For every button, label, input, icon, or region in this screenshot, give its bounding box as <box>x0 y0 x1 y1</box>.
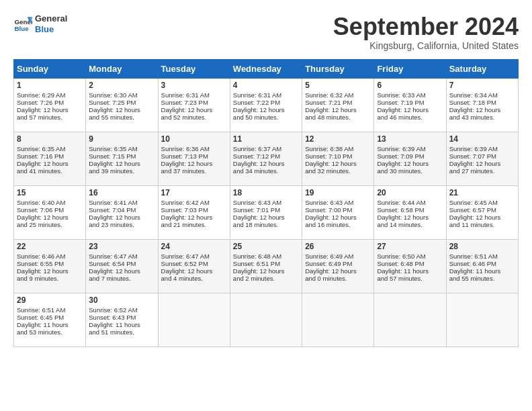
day-info: Daylight: 12 hours <box>449 160 515 167</box>
day-number: 27 <box>377 242 443 251</box>
table-row: 6Sunrise: 6:33 AMSunset: 7:19 PMDaylight… <box>374 78 446 132</box>
day-info: Sunset: 6:45 PM <box>17 314 83 321</box>
table-row: 16Sunrise: 6:41 AMSunset: 7:04 PMDayligh… <box>86 185 158 239</box>
calendar-week-row: 8Sunrise: 6:35 AMSunset: 7:16 PMDaylight… <box>14 132 519 185</box>
day-info: Sunset: 7:12 PM <box>233 152 299 160</box>
day-info: Sunrise: 6:46 AM <box>17 253 83 260</box>
day-info: and 57 minutes. <box>377 275 443 282</box>
day-info: Sunrise: 6:48 AM <box>233 253 299 260</box>
day-info: Daylight: 12 hours <box>449 214 515 221</box>
day-info: Sunset: 7:04 PM <box>89 206 154 214</box>
table-row <box>374 293 446 347</box>
day-info: Sunrise: 6:37 AM <box>233 145 299 152</box>
day-info: Daylight: 12 hours <box>17 267 83 275</box>
day-info: Daylight: 12 hours <box>377 214 443 221</box>
day-info: Sunrise: 6:41 AM <box>89 199 154 206</box>
day-info: and 7 minutes. <box>89 275 154 282</box>
day-number: 17 <box>161 188 227 197</box>
header-monday: Monday <box>86 59 158 78</box>
svg-text:Blue: Blue <box>14 24 29 32</box>
day-info: Sunrise: 6:47 AM <box>89 253 154 260</box>
header-saturday: Saturday <box>446 59 518 78</box>
day-info: Sunset: 6:58 PM <box>377 206 443 214</box>
day-info: Daylight: 12 hours <box>89 267 154 275</box>
day-number: 19 <box>305 188 371 197</box>
day-info: Sunset: 6:51 PM <box>233 260 299 267</box>
day-info: Sunrise: 6:35 AM <box>89 145 154 152</box>
day-info: Sunset: 6:54 PM <box>89 260 154 267</box>
day-info: Sunrise: 6:32 AM <box>305 91 371 99</box>
day-info: Sunrise: 6:30 AM <box>89 91 154 99</box>
day-info: Sunrise: 6:40 AM <box>17 199 83 206</box>
day-info: Daylight: 12 hours <box>161 214 227 221</box>
day-info: and 50 minutes. <box>233 113 299 121</box>
day-info: Daylight: 11 hours <box>377 267 443 275</box>
month-title: September 2024 <box>333 13 519 40</box>
day-info: Sunrise: 6:31 AM <box>233 91 299 99</box>
table-row: 8Sunrise: 6:35 AMSunset: 7:16 PMDaylight… <box>14 132 86 185</box>
calendar-header-row: Sunday Monday Tuesday Wednesday Thursday… <box>14 59 519 78</box>
table-row: 19Sunrise: 6:43 AMSunset: 7:00 PMDayligh… <box>302 185 374 239</box>
day-info: Sunset: 6:57 PM <box>449 206 515 214</box>
day-info: Daylight: 12 hours <box>161 106 227 113</box>
day-info: and 2 minutes. <box>233 275 299 282</box>
day-number: 25 <box>233 242 299 251</box>
day-number: 28 <box>449 242 515 251</box>
table-row: 12Sunrise: 6:38 AMSunset: 7:10 PMDayligh… <box>302 132 374 185</box>
calendar-week-row: 29Sunrise: 6:51 AMSunset: 6:45 PMDayligh… <box>14 293 519 347</box>
day-info: and 21 minutes. <box>161 221 227 228</box>
day-info: Sunset: 7:15 PM <box>89 152 154 160</box>
day-info: and 9 minutes. <box>17 275 83 282</box>
table-row: 28Sunrise: 6:51 AMSunset: 6:46 PMDayligh… <box>446 239 518 293</box>
day-number: 12 <box>305 134 371 144</box>
logo: General Blue General Blue <box>13 13 67 34</box>
logo-icon: General Blue <box>13 15 32 34</box>
day-info: and 55 minutes. <box>449 275 515 282</box>
day-info: Sunset: 6:49 PM <box>305 260 371 267</box>
day-info: Sunrise: 6:50 AM <box>377 253 443 260</box>
day-info: Sunrise: 6:38 AM <box>305 145 371 152</box>
table-row: 10Sunrise: 6:36 AMSunset: 7:13 PMDayligh… <box>158 132 230 185</box>
day-number: 11 <box>233 134 299 144</box>
day-info: Daylight: 12 hours <box>305 267 371 275</box>
day-info: Sunset: 7:01 PM <box>233 206 299 214</box>
header-tuesday: Tuesday <box>158 59 230 78</box>
table-row: 4Sunrise: 6:31 AMSunset: 7:22 PMDaylight… <box>230 78 302 132</box>
day-number: 22 <box>17 242 83 251</box>
table-row: 26Sunrise: 6:49 AMSunset: 6:49 PMDayligh… <box>302 239 374 293</box>
day-number: 9 <box>89 134 154 144</box>
table-row: 17Sunrise: 6:42 AMSunset: 7:03 PMDayligh… <box>158 185 230 239</box>
day-info: Sunrise: 6:43 AM <box>305 199 371 206</box>
day-info: Sunset: 7:06 PM <box>17 206 83 214</box>
location: Kingsburg, California, United States <box>333 40 519 51</box>
day-info: Sunset: 7:09 PM <box>377 152 443 160</box>
day-number: 14 <box>449 134 515 144</box>
day-info: and 57 minutes. <box>17 113 83 121</box>
day-info: and 48 minutes. <box>305 113 371 121</box>
header-thursday: Thursday <box>302 59 374 78</box>
table-row: 30Sunrise: 6:52 AMSunset: 6:43 PMDayligh… <box>86 293 158 347</box>
day-info: Sunset: 7:10 PM <box>305 152 371 160</box>
table-row <box>158 293 230 347</box>
day-info: and 27 minutes. <box>449 167 515 175</box>
day-info: Sunrise: 6:29 AM <box>17 91 83 99</box>
day-info: Sunrise: 6:42 AM <box>161 199 227 206</box>
table-row: 21Sunrise: 6:45 AMSunset: 6:57 PMDayligh… <box>446 185 518 239</box>
day-info: Sunset: 7:18 PM <box>449 99 515 106</box>
day-info: and 14 minutes. <box>377 221 443 228</box>
table-row: 1Sunrise: 6:29 AMSunset: 7:26 PMDaylight… <box>14 78 86 132</box>
day-info: and 30 minutes. <box>377 167 443 175</box>
day-info: Sunrise: 6:51 AM <box>449 253 515 260</box>
day-info: Daylight: 12 hours <box>17 160 83 167</box>
day-info: Sunrise: 6:34 AM <box>449 91 515 99</box>
table-row <box>230 293 302 347</box>
day-info: Daylight: 12 hours <box>377 106 443 113</box>
day-info: Daylight: 12 hours <box>233 267 299 275</box>
day-info: Daylight: 12 hours <box>17 214 83 221</box>
day-info: Daylight: 11 hours <box>89 321 154 328</box>
day-info: and 18 minutes. <box>233 221 299 228</box>
day-info: and 0 minutes. <box>305 275 371 282</box>
title-block: September 2024 Kingsburg, California, Un… <box>333 13 519 51</box>
day-number: 29 <box>17 295 83 305</box>
day-info: Sunset: 7:16 PM <box>17 152 83 160</box>
